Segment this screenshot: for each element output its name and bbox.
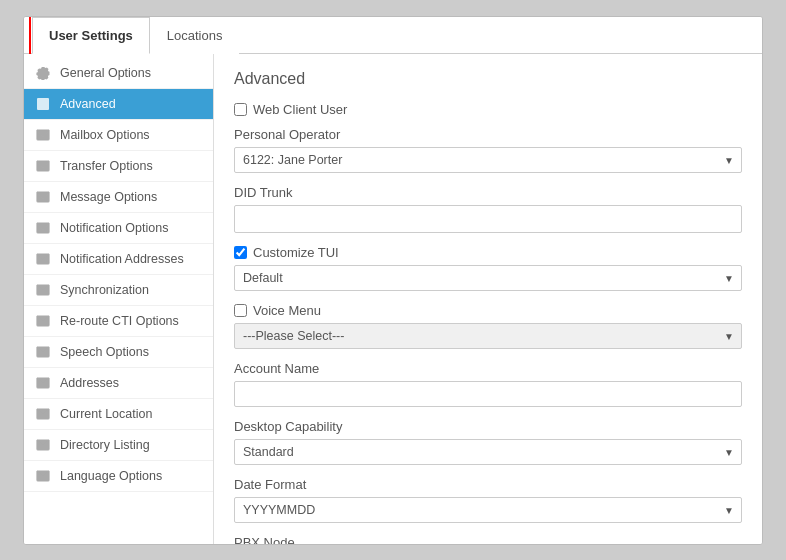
reroute-icon (34, 314, 52, 328)
sidebar-item-label: Notification Addresses (60, 252, 184, 266)
customize-tui-checkbox[interactable] (234, 246, 247, 259)
mailbox-icon (34, 128, 52, 142)
customize-tui-row: Customize TUI Default (234, 245, 742, 291)
voice-menu-checkbox-row: Voice Menu (234, 303, 742, 318)
customize-tui-select[interactable]: Default (234, 265, 742, 291)
desktop-capability-row: Desktop Capability Standard (234, 419, 742, 465)
advanced-icon (34, 97, 52, 111)
sync-icon (34, 283, 52, 297)
web-client-user-checkbox[interactable] (234, 103, 247, 116)
customize-tui-checkbox-row: Customize TUI (234, 245, 742, 260)
sidebar-item-current-location[interactable]: Current Location (24, 399, 213, 430)
main-panel: Advanced Web Client User Personal Operat… (214, 54, 762, 544)
sidebar-item-directory-listing[interactable]: Directory Listing (24, 430, 213, 461)
sidebar-item-label: Mailbox Options (60, 128, 150, 142)
sidebar-item-speech-options[interactable]: Speech Options (24, 337, 213, 368)
sidebar-item-label: Transfer Options (60, 159, 153, 173)
sidebar-item-advanced[interactable]: ➤ Advanced (24, 89, 213, 120)
date-format-row: Date Format YYYYMMDD (234, 477, 742, 523)
notification-icon (34, 221, 52, 235)
sidebar-item-notification-addresses[interactable]: Notification Addresses (24, 244, 213, 275)
voice-menu-select-wrapper: ---Please Select--- (234, 323, 742, 349)
gear-icon (34, 66, 52, 80)
account-name-input[interactable] (234, 381, 742, 407)
did-trunk-row: DID Trunk (234, 185, 742, 233)
speech-icon (34, 345, 52, 359)
directory-icon (34, 438, 52, 452)
sidebar-item-message-options[interactable]: Message Options (24, 182, 213, 213)
sidebar-item-language-options[interactable]: Language Options (24, 461, 213, 492)
web-client-user-label: Web Client User (253, 102, 347, 117)
tab-locations[interactable]: Locations (150, 17, 240, 54)
account-name-label: Account Name (234, 361, 742, 376)
customize-tui-select-wrapper: Default (234, 265, 742, 291)
sidebar-item-label: Re-route CTI Options (60, 314, 179, 328)
sidebar-item-label: Directory Listing (60, 438, 150, 452)
account-name-row: Account Name (234, 361, 742, 407)
message-icon (34, 190, 52, 204)
sidebar-item-label: Language Options (60, 469, 162, 483)
pbx-node-row: PBX Node Default (234, 535, 742, 544)
sidebar-item-label: Current Location (60, 407, 152, 421)
voice-menu-row: Voice Menu ---Please Select--- (234, 303, 742, 349)
voice-menu-checkbox[interactable] (234, 304, 247, 317)
personal-operator-select-wrapper: 6122: Jane Porter (234, 147, 742, 173)
web-client-user-row: Web Client User (234, 102, 742, 117)
content-area: General Options ➤ Advanced Mailbox Optio… (24, 54, 762, 544)
sidebar-item-label: General Options (60, 66, 151, 80)
transfer-icon (34, 159, 52, 173)
sidebar-item-mailbox-options[interactable]: Mailbox Options (24, 120, 213, 151)
sidebar-item-label: Advanced (60, 97, 116, 111)
voice-menu-label: Voice Menu (253, 303, 321, 318)
personal-operator-label: Personal Operator (234, 127, 742, 142)
sidebar-item-label: Addresses (60, 376, 119, 390)
sidebar-item-re-route-cti[interactable]: Re-route CTI Options (24, 306, 213, 337)
panel-title: Advanced (234, 70, 742, 88)
personal-operator-select[interactable]: 6122: Jane Porter (234, 147, 742, 173)
desktop-capability-select[interactable]: Standard (234, 439, 742, 465)
desktop-capability-select-wrapper: Standard (234, 439, 742, 465)
sidebar-item-general-options[interactable]: General Options (24, 58, 213, 89)
notification-addr-icon (34, 252, 52, 266)
customize-tui-label: Customize TUI (253, 245, 339, 260)
sidebar-item-addresses[interactable]: Addresses (24, 368, 213, 399)
date-format-select-wrapper: YYYYMMDD (234, 497, 742, 523)
addresses-icon (34, 376, 52, 390)
sidebar-item-label: Synchronization (60, 283, 149, 297)
sidebar: General Options ➤ Advanced Mailbox Optio… (24, 54, 214, 544)
pbx-node-label: PBX Node (234, 535, 742, 544)
main-container: User Settings Locations General Options … (23, 16, 763, 545)
svg-rect-0 (37, 98, 49, 110)
tabs-bar: User Settings Locations (24, 17, 762, 54)
desktop-capability-label: Desktop Capability (234, 419, 742, 434)
did-trunk-input[interactable] (234, 205, 742, 233)
sidebar-item-synchronization[interactable]: Synchronization (24, 275, 213, 306)
sidebar-item-label: Speech Options (60, 345, 149, 359)
language-icon (34, 469, 52, 483)
did-trunk-label: DID Trunk (234, 185, 742, 200)
date-format-select[interactable]: YYYYMMDD (234, 497, 742, 523)
voice-menu-select[interactable]: ---Please Select--- (234, 323, 742, 349)
date-format-label: Date Format (234, 477, 742, 492)
sidebar-item-transfer-options[interactable]: Transfer Options (24, 151, 213, 182)
sidebar-item-label: Message Options (60, 190, 157, 204)
sidebar-item-label: Notification Options (60, 221, 168, 235)
sidebar-item-notification-options[interactable]: Notification Options (24, 213, 213, 244)
tab-user-settings[interactable]: User Settings (32, 17, 150, 54)
personal-operator-row: Personal Operator 6122: Jane Porter (234, 127, 742, 173)
location-icon (34, 407, 52, 421)
